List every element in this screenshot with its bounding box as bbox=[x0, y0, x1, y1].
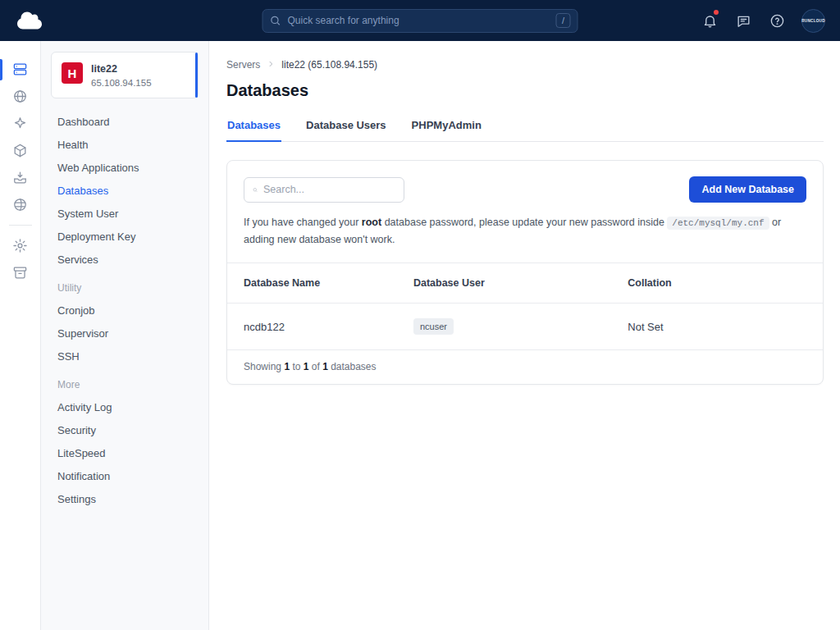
notification-dot bbox=[714, 10, 719, 15]
network-globe-icon bbox=[12, 197, 28, 212]
active-rail-indicator bbox=[0, 59, 2, 80]
sidebar-item-ssh[interactable]: SSH bbox=[51, 345, 199, 368]
search-icon bbox=[270, 15, 281, 26]
notice-text-2: database password, please update your ne… bbox=[381, 217, 667, 228]
column-header-collation: Collation bbox=[611, 277, 823, 289]
rail-item-installer[interactable] bbox=[7, 164, 34, 191]
summary-text-3: of bbox=[308, 361, 322, 372]
notice-text-1: If you have changed your bbox=[244, 217, 362, 228]
mysql-config-path: /etc/mysql/my.cnf bbox=[667, 217, 769, 230]
updates-icon bbox=[736, 13, 751, 29]
global-search[interactable]: / bbox=[262, 9, 578, 33]
add-new-database-button[interactable]: Add New Database bbox=[689, 176, 806, 203]
rail-item-new[interactable] bbox=[7, 110, 34, 137]
page-title: Databases bbox=[226, 81, 824, 100]
collation-cell: Not Set bbox=[611, 321, 823, 333]
rail-divider bbox=[9, 225, 32, 226]
tab-phpmyadmin[interactable]: PHPMyAdmin bbox=[411, 112, 482, 141]
rail-item-network[interactable] bbox=[7, 191, 34, 218]
sidebar-nav: Dashboard Health Web Applications Databa… bbox=[51, 110, 199, 510]
icon-rail bbox=[0, 41, 41, 630]
search-icon bbox=[253, 185, 258, 195]
tab-database-users[interactable]: Database Users bbox=[305, 112, 387, 141]
sidebar-item-system-user[interactable]: System User bbox=[51, 202, 199, 225]
tab-databases[interactable]: Databases bbox=[226, 112, 281, 141]
summary-text-4: databases bbox=[328, 361, 377, 372]
sidebar-item-notification[interactable]: Notification bbox=[51, 464, 199, 487]
sidebar-item-settings[interactable]: Settings bbox=[51, 487, 199, 510]
archive-box-icon bbox=[12, 265, 28, 281]
product-updates-button[interactable] bbox=[734, 11, 752, 30]
sidebar: H lite22 65.108.94.155 Dashboard Health … bbox=[41, 41, 209, 630]
rail-item-settings[interactable] bbox=[7, 232, 34, 259]
notifications-button[interactable] bbox=[701, 11, 719, 30]
breadcrumb-servers[interactable]: Servers bbox=[226, 59, 260, 71]
search-shortcut-key: / bbox=[556, 13, 571, 28]
databases-panel: Add New Database If you have changed you… bbox=[226, 160, 824, 385]
sidebar-item-security[interactable]: Security bbox=[51, 418, 199, 441]
column-header-database-name: Database Name bbox=[227, 277, 397, 289]
root-password-notice: If you have changed your root database p… bbox=[227, 214, 823, 262]
database-search-input[interactable] bbox=[263, 184, 395, 195]
sidebar-item-litespeed[interactable]: LiteSpeed bbox=[51, 441, 199, 464]
rail-item-archive[interactable] bbox=[7, 259, 34, 286]
help-circle-icon bbox=[769, 13, 785, 29]
summary-text-2: to bbox=[290, 361, 304, 372]
gear-icon bbox=[12, 238, 28, 253]
column-header-database-user: Database User bbox=[397, 277, 611, 289]
active-server-indicator bbox=[195, 52, 198, 98]
sidebar-item-databases[interactable]: Databases bbox=[51, 179, 199, 202]
server-ip: 65.108.94.155 bbox=[91, 78, 152, 88]
inbox-download-icon bbox=[12, 170, 28, 185]
tab-bar: Databases Database Users PHPMyAdmin bbox=[226, 112, 824, 142]
topbar: / RUNCLOUD bbox=[0, 0, 840, 41]
sidebar-item-web-applications[interactable]: Web Applications bbox=[51, 156, 199, 179]
user-avatar[interactable]: RUNCLOUD bbox=[801, 9, 825, 33]
sidebar-item-supervisor[interactable]: Supervisor bbox=[51, 322, 199, 345]
sparkle-icon bbox=[12, 116, 28, 131]
panel-toolbar: Add New Database bbox=[227, 161, 823, 214]
global-search-input[interactable] bbox=[288, 15, 556, 26]
database-name-cell: ncdb122 bbox=[227, 321, 397, 333]
globe-icon bbox=[12, 89, 28, 104]
runcloud-logo[interactable] bbox=[15, 11, 51, 30]
support-button[interactable] bbox=[768, 11, 786, 30]
table-summary: Showing 1 to 1 of 1 databases bbox=[227, 349, 823, 384]
cube-icon bbox=[12, 143, 28, 158]
rail-item-servers[interactable] bbox=[7, 56, 34, 83]
sidebar-section-more: More bbox=[51, 368, 199, 395]
sidebar-section-utility: Utility bbox=[51, 271, 199, 299]
sidebar-item-activity-log[interactable]: Activity Log bbox=[51, 395, 199, 418]
server-name: lite22 bbox=[91, 62, 152, 75]
breadcrumb: Servers lite22 (65.108.94.155) bbox=[226, 59, 824, 71]
chevron-right-icon bbox=[267, 59, 275, 71]
main-content: Servers lite22 (65.108.94.155) Databases… bbox=[209, 41, 840, 630]
sidebar-item-cronjob[interactable]: Cronjob bbox=[51, 299, 199, 322]
table-header-row: Database Name Database User Collation bbox=[227, 262, 823, 303]
server-card[interactable]: H lite22 65.108.94.155 bbox=[51, 52, 199, 98]
notice-bold-root: root bbox=[362, 217, 381, 228]
summary-total: 1 bbox=[322, 361, 328, 372]
sidebar-item-deployment-key[interactable]: Deployment Key bbox=[51, 225, 199, 248]
server-icon bbox=[12, 62, 28, 77]
rail-item-stacks[interactable] bbox=[7, 137, 34, 164]
sidebar-item-services[interactable]: Services bbox=[51, 248, 199, 271]
table-row: ncdb122 ncuser Not Set bbox=[227, 303, 823, 349]
database-search[interactable] bbox=[244, 177, 404, 203]
provider-logo: H bbox=[62, 62, 83, 84]
sidebar-item-dashboard[interactable]: Dashboard bbox=[51, 110, 199, 133]
database-user-chip[interactable]: ncuser bbox=[413, 318, 454, 335]
bell-icon bbox=[702, 13, 718, 29]
sidebar-item-health[interactable]: Health bbox=[51, 133, 199, 156]
breadcrumb-current-server[interactable]: lite22 (65.108.94.155) bbox=[281, 59, 377, 71]
summary-text-1: Showing bbox=[244, 361, 284, 372]
cloud-logo-icon bbox=[15, 11, 44, 30]
rail-item-web[interactable] bbox=[7, 83, 34, 110]
